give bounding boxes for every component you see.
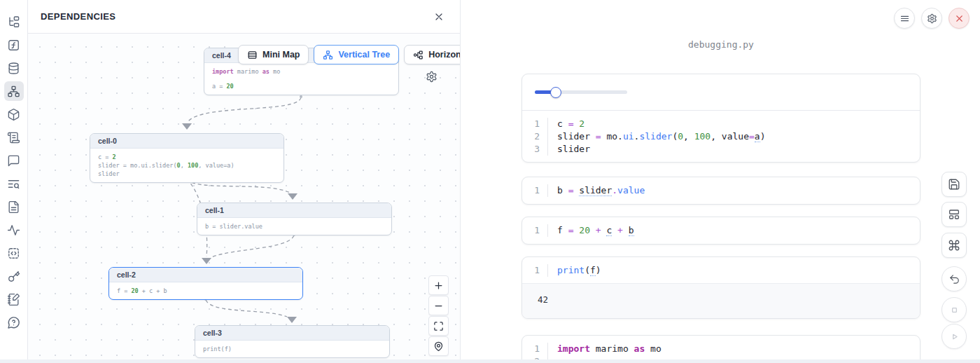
save-icon xyxy=(948,178,960,191)
zoom-control-map-pin[interactable] xyxy=(428,336,449,356)
node-code-line: slider = mo.ui.slider(0, 100, value=a) xyxy=(98,161,276,170)
code-editor[interactable]: 1c = 22slider = mo.ui.slider(0, 100, val… xyxy=(522,111,920,162)
cell-output: 42 xyxy=(522,283,920,318)
line-number: 1 xyxy=(522,343,547,355)
code-token: , value=a) xyxy=(198,162,234,169)
horizontal-tree-icon xyxy=(413,50,424,60)
code-token: import xyxy=(212,68,234,75)
code-token: ui xyxy=(623,131,634,142)
code-token: 20 xyxy=(131,287,138,294)
sidebar-item-file-text[interactable] xyxy=(4,197,24,217)
action-stop-button[interactable] xyxy=(941,297,967,322)
notebook-shutdown-button[interactable] xyxy=(948,8,969,29)
code-token: slider = mo.ui.slider( xyxy=(98,162,177,169)
code-line: 3slider xyxy=(522,143,920,156)
graph-node-cell-1[interactable]: cell-1b = slider.value xyxy=(197,203,392,235)
notebook-cell-1[interactable]: 1b = slider.value xyxy=(522,177,920,205)
sidebar-item-scroll-text[interactable] xyxy=(4,128,24,147)
graph-settings-button[interactable] xyxy=(426,71,438,85)
activity-icon xyxy=(7,224,20,237)
action-layout-button[interactable] xyxy=(941,202,967,227)
notebook-cell-0[interactable]: 1c = 22slider = mo.ui.slider(0, 100, val… xyxy=(522,74,920,163)
code-token: as xyxy=(262,68,270,75)
stop-icon xyxy=(948,304,960,316)
sidebar-item-database[interactable] xyxy=(4,58,24,78)
code-blank-line xyxy=(212,76,391,82)
code-editor[interactable]: 1b = slider.value xyxy=(522,177,920,203)
settings-icon xyxy=(927,13,937,24)
code-token: . xyxy=(617,131,623,142)
code-editor[interactable]: 1print(f) xyxy=(522,257,920,283)
sidebar-item-package[interactable] xyxy=(4,104,24,124)
code-line: 1f = 20 + c + b xyxy=(522,224,920,237)
code-token: mo xyxy=(645,343,661,354)
rows-icon xyxy=(247,50,258,60)
zoom-control-maximize[interactable] xyxy=(428,316,449,336)
minus-icon xyxy=(433,301,444,311)
slider-thumb[interactable] xyxy=(550,87,561,98)
code-token: b = slider.value xyxy=(205,223,262,230)
notebook-cell-3[interactable]: 1print(f)42 xyxy=(522,256,920,319)
notebook-filename: debugging.py xyxy=(522,39,920,50)
code-editor[interactable]: 1f = 20 + c + b xyxy=(522,217,920,243)
sidebar-item-message-square[interactable] xyxy=(4,151,24,170)
code-token: slider xyxy=(639,131,672,142)
notebook-pen-icon xyxy=(7,293,20,306)
sidebar-item-notebook-pen[interactable] xyxy=(4,289,24,309)
node-title: cell-1 xyxy=(197,203,391,218)
graph-node-cell-0[interactable]: cell-0c = 2slider = mo.ui.slider(0, 100,… xyxy=(90,133,284,183)
message-square-icon xyxy=(7,154,20,167)
action-undo-button[interactable] xyxy=(941,266,967,292)
sidebar-item-function-square[interactable] xyxy=(4,35,24,55)
node-title: cell-3 xyxy=(195,326,389,341)
zoom-control-minus[interactable] xyxy=(428,296,449,315)
sidebar-item-network[interactable] xyxy=(4,81,24,101)
code-token: print(f) xyxy=(203,345,232,352)
close-icon xyxy=(954,13,965,24)
node-code-line: print(f) xyxy=(203,345,382,353)
notebook-header-buttons xyxy=(894,8,969,29)
code-token: c xyxy=(557,118,568,129)
view-button-horizontal-tree[interactable]: Horizontal Tree xyxy=(404,45,460,64)
graph-node-cell-3[interactable]: cell-3print(f) xyxy=(195,325,390,358)
code-token: 100 xyxy=(188,162,198,169)
menu-icon xyxy=(899,13,910,24)
view-button-vertical-tree[interactable]: Vertical Tree xyxy=(314,45,399,64)
sidebar-item-file-tree[interactable] xyxy=(4,12,24,32)
sidebar-item-help-bubble[interactable] xyxy=(4,313,24,332)
notebook-menu-button[interactable] xyxy=(894,8,915,29)
zoom-control-plus[interactable] xyxy=(428,275,449,295)
sidebar-item-code-square[interactable] xyxy=(4,243,24,263)
view-button-label: Vertical Tree xyxy=(338,50,390,60)
notebook-area: debugging.py 1c = 22slider = mo.ui.slide… xyxy=(461,0,980,363)
code-token: + xyxy=(617,225,623,235)
close-panel-button[interactable] xyxy=(430,8,447,25)
sidebar-item-key[interactable] xyxy=(4,266,24,286)
file-tree-icon xyxy=(7,15,20,29)
notebook-cell-2[interactable]: 1f = 20 + c + b xyxy=(522,217,920,245)
action-command-button[interactable] xyxy=(941,233,967,258)
view-button-mini-map[interactable]: Mini Map xyxy=(238,45,309,64)
code-token: slider xyxy=(579,185,612,196)
panel-title: DEPENDENCIES xyxy=(41,11,115,22)
node-title: cell-0 xyxy=(90,134,284,149)
sidebar-item-text-search[interactable] xyxy=(4,174,24,193)
action-play-button[interactable] xyxy=(941,324,967,349)
code-content: b = slider.value xyxy=(547,184,645,197)
graph-node-cell-2[interactable]: cell-2f = 20 + c + b xyxy=(108,267,303,300)
edge-cell-1-to-cell-2 xyxy=(211,235,294,257)
code-token xyxy=(623,225,629,235)
notebook-cell-4[interactable]: 1import marimo as mo2 xyxy=(522,335,920,363)
code-token: f xyxy=(590,265,596,276)
slider-widget[interactable] xyxy=(535,90,627,94)
node-code-line: b = slider.value xyxy=(205,222,384,231)
code-token: , xyxy=(181,162,188,169)
code-token: slider xyxy=(98,170,120,177)
action-save-button[interactable] xyxy=(941,172,967,197)
sidebar-item-activity[interactable] xyxy=(4,220,24,240)
slider-output-area xyxy=(522,74,920,111)
dependency-graph-canvas[interactable]: cell-4import marimo as moa = 20cell-0c =… xyxy=(28,34,460,363)
code-token: marimo xyxy=(234,68,262,75)
notebook-settings-button[interactable] xyxy=(921,8,942,29)
edge-arrowhead xyxy=(287,317,297,323)
